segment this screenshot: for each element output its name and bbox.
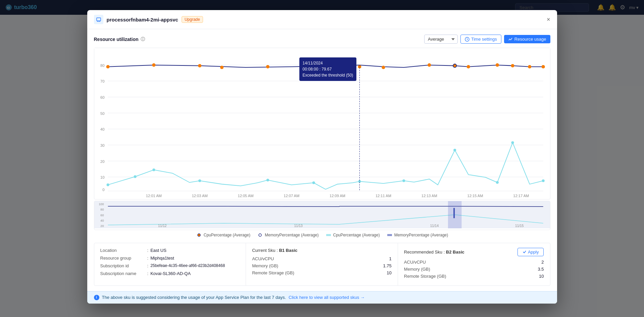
- svg-point-32: [428, 63, 431, 67]
- svg-rect-68: [453, 208, 455, 218]
- svg-text:12:07 AM: 12:07 AM: [284, 194, 299, 198]
- svg-text:11/14: 11/14: [430, 224, 439, 228]
- svg-text:10: 10: [100, 175, 104, 179]
- current-sku-memory-row: Memory (GB) 1.75: [252, 263, 392, 268]
- svg-point-31: [382, 66, 385, 69]
- recommended-sku-panel: Recommended Sku : B2 Basic Apply ACU/vCP…: [398, 243, 550, 285]
- svg-text:12:13 AM: 12:13 AM: [421, 194, 437, 198]
- svg-point-73: [198, 234, 200, 236]
- svg-text:12:03 AM: 12:03 AM: [192, 194, 207, 198]
- svg-point-38: [541, 65, 545, 69]
- svg-point-24: [152, 63, 155, 67]
- svg-text:12:17 AM: 12:17 AM: [513, 194, 529, 198]
- svg-rect-76: [387, 234, 392, 236]
- mini-chart: 100 80 60 40 20 11: [94, 201, 550, 230]
- svg-point-36: [511, 64, 514, 67]
- close-button[interactable]: ×: [547, 16, 550, 22]
- rec-sku-memory-row: Memory (GB) 3.5: [404, 267, 544, 272]
- svg-point-26: [220, 66, 223, 69]
- chart-info-icon[interactable]: ⓘ: [141, 36, 145, 42]
- svg-text:11/13: 11/13: [294, 224, 303, 228]
- svg-point-41: [152, 169, 155, 171]
- upgrade-badge[interactable]: Upgrade: [182, 16, 203, 23]
- svg-text:20: 20: [100, 160, 104, 164]
- chart-title: Resource utilization ⓘ: [94, 36, 145, 42]
- legend-mem-avg-dark: MemoryPercentage (Average): [257, 233, 319, 237]
- svg-point-39: [106, 183, 109, 186]
- modal-header: processorfnbam4-2mi-appsvc Upgrade ×: [87, 10, 557, 29]
- service-icon: [94, 15, 103, 24]
- chart-legend: CpuPercentage (Average) MemoryPercentage…: [94, 233, 550, 237]
- mini-chart-svg: 100 80 60 40 20 11: [94, 201, 550, 228]
- svg-point-44: [312, 181, 315, 184]
- svg-text:60: 60: [100, 95, 104, 99]
- svg-text:30: 30: [100, 143, 104, 147]
- legend-mem-avg-light: MemoryPercentage (Average): [387, 233, 448, 237]
- svg-point-33: [453, 64, 456, 67]
- svg-point-49: [511, 141, 514, 144]
- svg-text:50: 50: [100, 111, 104, 116]
- recommended-sku-header: Recommended Sku : B2 Basic Apply: [404, 248, 544, 256]
- svg-point-46: [402, 179, 405, 182]
- current-sku-acpu-row: ACU/vCPU 1: [252, 256, 392, 261]
- svg-point-28: [312, 64, 315, 67]
- svg-point-40: [134, 175, 136, 178]
- svg-text:12:01 AM: 12:01 AM: [146, 194, 161, 198]
- info-icon: i: [94, 295, 99, 300]
- chart-svg: 80 70 60 50 40 30 20 10 0: [94, 48, 550, 198]
- apply-button[interactable]: Apply: [517, 248, 544, 256]
- subscription-name-row: Subscription name : Kovai-SL360-AD-QA: [100, 271, 240, 276]
- svg-text:70: 70: [100, 79, 104, 83]
- legend-cpu-avg-light: CpuPercentage (Average): [326, 233, 380, 237]
- svg-text:40: 40: [100, 219, 104, 222]
- svg-text:60: 60: [100, 213, 104, 217]
- svg-point-42: [198, 179, 201, 182]
- resource-info-panel: Location : East US Resource group : Miph…: [94, 243, 246, 285]
- chart-controls: Average Max Min Time settings Resource u…: [424, 35, 550, 44]
- current-sku-storage-row: Remote Storage (GB) 10: [252, 270, 392, 275]
- svg-text:11/12: 11/12: [158, 224, 167, 228]
- svg-point-74: [259, 234, 261, 236]
- svg-point-47: [453, 149, 456, 151]
- location-row: Location : East US: [100, 248, 240, 253]
- svg-point-23: [106, 65, 109, 69]
- svg-text:0: 0: [102, 188, 104, 192]
- modal-overlay: processorfnbam4-2mi-appsvc Upgrade × Res…: [0, 0, 644, 317]
- resource-modal: processorfnbam4-2mi-appsvc Upgrade × Res…: [87, 10, 557, 304]
- chart-header: Resource utilization ⓘ Average Max Min T…: [94, 35, 550, 44]
- svg-point-34: [466, 65, 470, 69]
- svg-text:12:11 AM: 12:11 AM: [375, 194, 391, 198]
- svg-text:11/15: 11/15: [515, 224, 524, 228]
- view-skus-link[interactable]: Click here to view all supported skus →: [289, 295, 365, 300]
- legend-cpu-avg-dark: CpuPercentage (Average): [196, 233, 250, 237]
- rec-sku-storage-row: Remote Storage (GB) 10: [404, 274, 544, 279]
- resource-usage-button[interactable]: Resource usage: [504, 35, 550, 43]
- chart-container: 14/11/2024 00:08:00 : 79.67 Exceeded the…: [94, 48, 550, 199]
- time-settings-button[interactable]: Time settings: [460, 35, 501, 44]
- info-section: Location : East US Resource group : Miph…: [94, 243, 550, 286]
- svg-rect-2: [97, 18, 101, 21]
- svg-rect-4: [94, 48, 550, 198]
- svg-point-27: [266, 65, 269, 69]
- rec-sku-acpu-row: ACU/vCPU 2: [404, 260, 544, 265]
- svg-rect-75: [326, 234, 331, 236]
- svg-text:80: 80: [100, 208, 104, 211]
- svg-point-43: [266, 179, 269, 181]
- svg-point-35: [495, 63, 499, 67]
- svg-point-37: [528, 65, 531, 69]
- avg-dropdown[interactable]: Average Max Min: [424, 35, 458, 44]
- svg-text:80: 80: [100, 63, 104, 67]
- bottom-info-bar: i The above sku is suggested considering…: [87, 291, 557, 304]
- resource-group-row: Resource group : Miphqa1test: [100, 256, 240, 261]
- svg-text:40: 40: [100, 127, 104, 131]
- svg-point-25: [198, 64, 201, 67]
- subscription-id-row: Subscription id : 25befeae-4c35-46ee-af6…: [100, 263, 240, 268]
- svg-text:12:05 AM: 12:05 AM: [238, 194, 253, 198]
- service-name: processorfnbam4-2mi-appsvc: [107, 17, 178, 22]
- svg-point-50: [542, 179, 544, 182]
- svg-text:100: 100: [99, 202, 104, 206]
- chart-section: Resource utilization ⓘ Average Max Min T…: [94, 35, 550, 237]
- current-sku-panel: Current Sku : B1 Basic ACU/vCPU 1 Memory…: [246, 243, 398, 285]
- modal-body: Resource utilization ⓘ Average Max Min T…: [87, 29, 557, 291]
- svg-point-48: [496, 181, 498, 184]
